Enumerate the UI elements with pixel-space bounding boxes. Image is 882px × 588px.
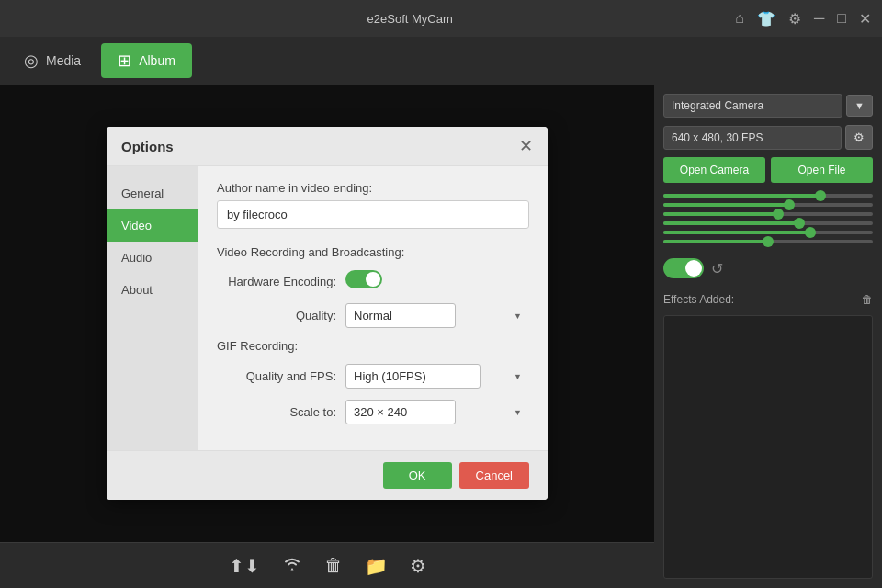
home-icon[interactable]: ⌂ [735, 10, 744, 28]
author-label: Author name in video ending: [217, 181, 529, 195]
slider-track-5[interactable] [663, 231, 873, 234]
modal-footer: OK Cancel [107, 450, 548, 500]
camera-buttons: Open Camera Open File [663, 157, 873, 183]
gif-quality-row: Quality and FPS: Low (5FPS) Normal (7FPS… [217, 364, 529, 389]
media-icon: ◎ [24, 51, 39, 71]
modal-body: General Video Audio About Author name in… [107, 166, 548, 450]
scale-select-wrapper: 160 × 120 320 × 240 640 × 480 [345, 400, 529, 424]
gif-quality-label: Quality and FPS: [217, 369, 336, 383]
slider-row-3 [663, 212, 873, 216]
bottom-icon-settings[interactable]: ⚙ [410, 555, 426, 577]
effects-label: Effects Added: [663, 293, 734, 306]
hw-encoding-label: Hardware Encoding: [217, 275, 336, 288]
bottom-icon-folder[interactable]: 📁 [365, 555, 388, 577]
minimize-icon[interactable]: ─ [814, 10, 824, 28]
scale-row: Scale to: 160 × 120 320 × 240 640 × 480 [217, 400, 529, 424]
video-section-header: Video Recording and Broadcasting: [217, 245, 529, 259]
bottom-icon-wifi[interactable] [282, 555, 302, 576]
open-file-button[interactable]: Open File [771, 157, 873, 183]
modal-header: Options ✕ [107, 127, 548, 166]
slider-track-4[interactable] [663, 221, 873, 225]
close-icon[interactable]: ✕ [859, 10, 871, 28]
bottom-icon-arrows[interactable]: ⬆⬇ [229, 555, 260, 577]
toggle-row: ↺ [663, 254, 873, 282]
modal-sidebar: General Video Audio About [107, 166, 198, 450]
hw-encoding-control [345, 270, 529, 292]
quality-select[interactable]: Low Normal High Very High [345, 303, 456, 328]
resolution-select[interactable]: 640 x 480, 30 FPS [663, 126, 842, 150]
window-controls: ⌂ 👕 ⚙ ─ □ ✕ [735, 10, 871, 28]
sidebar-item-video[interactable]: Video [107, 209, 198, 242]
slider-track-2[interactable] [663, 203, 873, 207]
resolution-row: 640 x 480, 30 FPS ⚙ [663, 125, 873, 150]
hw-encoding-row: Hardware Encoding: [217, 270, 529, 292]
sidebar-item-about[interactable]: About [107, 274, 198, 306]
album-icon: ⊞ [118, 51, 131, 71]
bottom-icon-trash[interactable]: 🗑 [324, 555, 343, 576]
settings-icon[interactable]: ⚙ [788, 10, 801, 28]
slider-row-6 [663, 240, 873, 243]
sidebar-item-audio[interactable]: Audio [107, 242, 198, 274]
author-input[interactable] [217, 200, 529, 229]
effects-label-row: Effects Added: 🗑 [663, 289, 873, 308]
app-title: e2eSoft MyCam [85, 12, 735, 26]
camera-dropdown-arrow[interactable]: ▼ [846, 95, 873, 117]
slider-track-6[interactable] [663, 240, 873, 243]
ok-button[interactable]: OK [383, 462, 452, 489]
scale-select[interactable]: 160 × 120 320 × 240 640 × 480 [345, 400, 456, 424]
modal-content-area: Author name in video ending: Video Recor… [198, 166, 548, 450]
slider-row-5 [663, 231, 873, 234]
gif-section-header: GIF Recording: [217, 339, 529, 353]
reset-button[interactable]: ↺ [711, 260, 723, 277]
nav-album[interactable]: ⊞ Album [101, 43, 192, 78]
top-nav: ◎ Media ⊞ Album [0, 37, 882, 85]
hw-encoding-toggle[interactable] [345, 270, 382, 288]
main-toggle[interactable] [663, 258, 704, 278]
nav-media[interactable]: ◎ Media [7, 43, 97, 78]
resolution-settings-button[interactable]: ⚙ [845, 125, 873, 150]
slider-track-1[interactable] [663, 194, 873, 198]
right-panel: Integrated Camera ▼ 640 x 480, 30 FPS ⚙ … [654, 85, 882, 588]
shirt-icon[interactable]: 👕 [757, 10, 775, 28]
modal-title: Options [121, 139, 174, 154]
open-camera-button[interactable]: Open Camera [663, 157, 765, 183]
scale-label: Scale to: [217, 405, 336, 419]
quality-row: Quality: Low Normal High Very High [217, 303, 529, 328]
slider-track-3[interactable] [663, 212, 873, 216]
titlebar: e2eSoft MyCam ⌂ 👕 ⚙ ─ □ ✕ [0, 0, 882, 37]
sidebar-item-general[interactable]: General [107, 177, 198, 209]
bottom-toolbar: ⬆⬇ 🗑 📁 ⚙ [0, 542, 654, 588]
quality-select-wrapper: Low Normal High Very High [345, 303, 529, 328]
slider-row-2 [663, 203, 873, 207]
effects-area [663, 315, 873, 579]
effects-trash-icon[interactable]: 🗑 [862, 293, 873, 306]
sliders-section [663, 190, 873, 247]
author-field-group: Author name in video ending: [217, 181, 529, 229]
gif-quality-select-wrapper: Low (5FPS) Normal (7FPS) High (10FPS) Ve… [345, 364, 529, 389]
slider-row-4 [663, 221, 873, 225]
quality-label: Quality: [217, 309, 336, 322]
cancel-button[interactable]: Cancel [459, 462, 529, 489]
nav-media-label: Media [46, 53, 81, 68]
modal-overlay: Options ✕ General Video Audio About Auth… [0, 85, 654, 542]
camera-select-row: Integrated Camera ▼ [663, 94, 873, 118]
slider-row-1 [663, 194, 873, 198]
options-modal: Options ✕ General Video Audio About Auth… [107, 127, 548, 500]
camera-select[interactable]: Integrated Camera [663, 94, 842, 118]
gif-quality-select[interactable]: Low (5FPS) Normal (7FPS) High (10FPS) Ve… [345, 364, 481, 389]
modal-close-button[interactable]: ✕ [519, 138, 533, 154]
maximize-icon[interactable]: □ [837, 10, 846, 28]
nav-album-label: Album [139, 53, 175, 68]
